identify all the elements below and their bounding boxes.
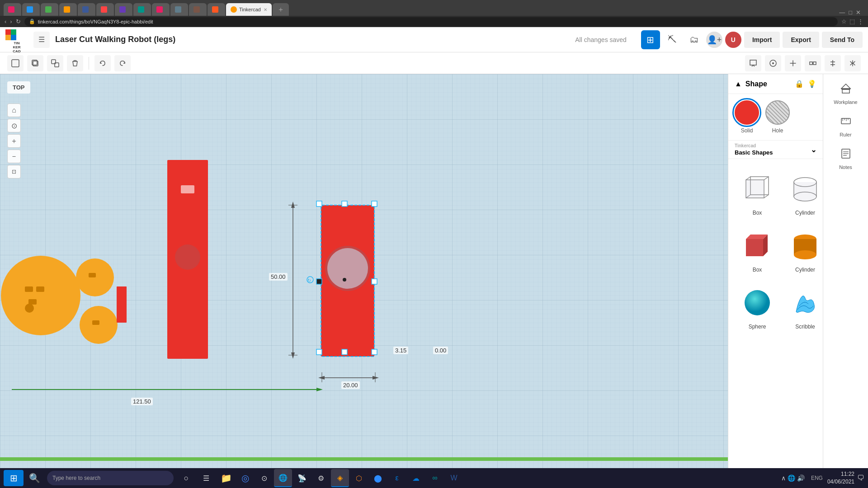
- tinkercad-label: Tinkercad: [735, 143, 773, 148]
- view-list-button[interactable]: 🗂: [684, 30, 703, 49]
- new-shape-button[interactable]: [7, 55, 24, 71]
- forward-button[interactable]: ›: [10, 18, 12, 25]
- hamburger-menu[interactable]: ☰: [33, 32, 50, 48]
- browser-tab[interactable]: [208, 3, 225, 16]
- taskbar-arduino[interactable]: ∞: [426, 469, 444, 487]
- extensions-icon[interactable]: ⬚: [849, 18, 855, 25]
- browser-tab[interactable]: [170, 3, 188, 16]
- tinkercad-logo[interactable]: TINKERCAD: [5, 29, 28, 50]
- taskbar-explorer[interactable]: 📁: [217, 469, 235, 487]
- redo-button[interactable]: [114, 55, 131, 71]
- svg-rect-21: [89, 273, 96, 277]
- project-title[interactable]: Laser Cut Walking Robot (legs): [55, 35, 570, 44]
- taskbar-steam[interactable]: ⊙: [255, 469, 273, 487]
- shape-card-label: Sphere: [749, 324, 766, 330]
- back-button[interactable]: ‹: [5, 18, 6, 25]
- solid-cylinder-image: [787, 228, 823, 264]
- browser-tab[interactable]: [41, 3, 58, 16]
- taskbar-zoom[interactable]: ⬤: [369, 469, 387, 487]
- delete-button[interactable]: [67, 55, 83, 71]
- taskbar-edge[interactable]: ε: [388, 469, 406, 487]
- zoom-fit-button[interactable]: ⊙: [7, 119, 21, 132]
- snap-button[interactable]: [785, 55, 801, 71]
- shape-card-solid-cylinder[interactable]: Cylinder: [783, 224, 823, 277]
- taskbar-tinkercad[interactable]: ◈: [331, 469, 349, 487]
- svg-rect-36: [342, 349, 347, 355]
- browser-tab[interactable]: [78, 3, 95, 16]
- start-button[interactable]: ⊞: [4, 470, 24, 486]
- browser-tab[interactable]: [189, 3, 207, 16]
- taskbar-cortana[interactable]: ○: [177, 469, 195, 487]
- undo-button[interactable]: [94, 55, 111, 71]
- svg-marker-72: [841, 84, 850, 89]
- tray-arrow[interactable]: ∧: [781, 474, 786, 482]
- browser-tab[interactable]: [22, 3, 40, 16]
- lightbulb-icon[interactable]: 💡: [807, 80, 816, 88]
- hole-shape-option[interactable]: Hole: [765, 100, 790, 134]
- bookmark-icon[interactable]: ☆: [841, 18, 847, 25]
- volume-icon[interactable]: 🔊: [797, 474, 805, 482]
- view-3d-button[interactable]: ⛏: [663, 30, 682, 49]
- zoom-home-button[interactable]: ⌂: [7, 103, 21, 117]
- taskbar-word[interactable]: W: [445, 469, 463, 487]
- view-grid-button[interactable]: ⊞: [641, 30, 660, 49]
- solid-shape-option[interactable]: Solid: [735, 100, 759, 134]
- send-to-button[interactable]: Send To: [822, 32, 863, 48]
- clock[interactable]: 11:22 04/06/2021: [827, 470, 854, 486]
- browser-tab[interactable]: [133, 3, 151, 16]
- browser-close[interactable]: ✕: [856, 9, 861, 16]
- group-button[interactable]: [805, 55, 821, 71]
- svg-rect-7: [810, 62, 812, 65]
- address-bar[interactable]: 🔒 tinkercad.com/things/boVNGaqN3Y8-epic-…: [24, 17, 838, 26]
- browser-tab[interactable]: [115, 3, 132, 16]
- library-dropdown[interactable]: Tinkercad Basic Shapes ⌄: [728, 141, 823, 159]
- ruler-button[interactable]: Ruler: [828, 111, 864, 141]
- taskbar-app1[interactable]: ⚙: [312, 469, 330, 487]
- import-button[interactable]: Import: [744, 32, 780, 48]
- lock-icon[interactable]: 🔒: [795, 80, 804, 88]
- shape-card-wire-box[interactable]: Box: [736, 167, 779, 220]
- export-button[interactable]: Export: [783, 32, 819, 48]
- new-tab-button[interactable]: ＋: [273, 3, 289, 16]
- browser-minimize[interactable]: —: [839, 9, 845, 16]
- svg-rect-24: [117, 286, 127, 323]
- shape-card-scribble[interactable]: Scribble: [783, 281, 823, 333]
- notes-button[interactable]: Notes: [828, 144, 864, 174]
- browser-tab[interactable]: [59, 3, 77, 16]
- browser-maximize[interactable]: □: [849, 9, 852, 16]
- browser-tab-tinkercad[interactable]: Tinkercad ✕: [226, 3, 272, 16]
- add-user-button[interactable]: 👤+: [706, 32, 722, 48]
- align-button[interactable]: [825, 55, 841, 71]
- browser-tab[interactable]: [4, 3, 21, 16]
- shape-card-sphere[interactable]: Sphere: [736, 281, 779, 333]
- taskbar-onedrive[interactable]: ☁: [407, 469, 425, 487]
- refresh-button[interactable]: ↻: [16, 18, 21, 25]
- svg-rect-73: [842, 89, 849, 93]
- helpers-button[interactable]: [765, 55, 781, 71]
- copy-button[interactable]: [27, 55, 43, 71]
- taskbar-signal[interactable]: 📡: [293, 469, 311, 487]
- search-bar[interactable]: Type here to search: [47, 471, 174, 485]
- taskbar-chrome[interactable]: ◎: [236, 469, 254, 487]
- shape-card-wire-cylinder[interactable]: Cylinder: [783, 167, 823, 220]
- taskbar-search[interactable]: 🔍: [25, 469, 43, 487]
- notification-icon[interactable]: 🗨: [857, 474, 864, 482]
- canvas-area[interactable]: ↻ TOP: [0, 74, 728, 488]
- browser-tab[interactable]: [96, 3, 114, 16]
- user-avatar[interactable]: U: [725, 32, 741, 48]
- annotation-button[interactable]: [745, 55, 761, 71]
- snap-button[interactable]: ⊡: [7, 165, 21, 178]
- workplane-button[interactable]: Workplane: [828, 79, 864, 108]
- zoom-in-button[interactable]: ＋: [7, 134, 21, 148]
- duplicate-button[interactable]: [47, 55, 63, 71]
- tab-close-icon[interactable]: ✕: [264, 7, 267, 12]
- network-icon[interactable]: 🌐: [788, 474, 795, 482]
- taskbar-fritzing[interactable]: ⬡: [350, 469, 368, 487]
- taskbar-browser-active[interactable]: 🌐: [274, 469, 292, 487]
- browser-tab[interactable]: [152, 3, 170, 16]
- settings-icon[interactable]: ⋮: [858, 18, 863, 25]
- zoom-out-button[interactable]: －: [7, 150, 21, 163]
- mirror-button[interactable]: [844, 55, 861, 71]
- shape-card-solid-box[interactable]: Box: [736, 224, 779, 277]
- taskbar-view[interactable]: ☰: [197, 469, 215, 487]
